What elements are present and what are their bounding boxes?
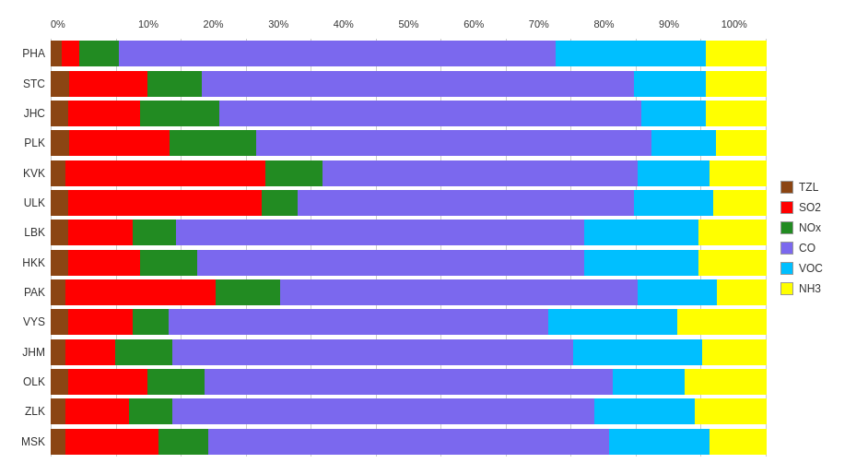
y-label: JHM [9, 346, 51, 359]
chart-area: 0%10%20%30%40%50%60%70%80%90%100% PHASTC… [9, 18, 767, 457]
bar-segment-co [298, 190, 634, 216]
bar-row [51, 369, 767, 395]
bar-segment-tzl [51, 71, 69, 97]
bar-segment-tzl [51, 101, 68, 126]
x-tick: 60% [441, 18, 507, 35]
bar-segment-nh3 [716, 130, 767, 156]
legend-item-tzl: TZL [780, 181, 859, 194]
bar-segment-so2 [69, 130, 170, 156]
y-label: ULK [9, 196, 51, 209]
bar-segment-nh3 [698, 220, 767, 245]
bar-segment-so2 [69, 71, 148, 97]
bar-segment-tzl [51, 369, 68, 395]
bar-segment-nox [262, 190, 298, 216]
bar-segment-nox [140, 101, 218, 126]
legend-color-nh3 [780, 282, 793, 295]
bar-segment-nh3 [702, 339, 767, 365]
legend-label-nh3: NH3 [799, 282, 821, 295]
bar-segment-voc [609, 429, 710, 455]
bar-segment-voc [548, 309, 677, 335]
legend-color-tzl [780, 181, 793, 194]
bar-segment-so2 [68, 190, 262, 216]
bar-segment-so2 [65, 429, 158, 455]
legend: TZLSO2NOxCOVOCNH3 [767, 18, 859, 457]
bar-segment-nh3 [710, 429, 767, 455]
bar-row [51, 398, 767, 424]
bar-segment-co [219, 101, 641, 126]
x-tick: 0% [51, 18, 116, 35]
bar-segment-nox [216, 279, 280, 305]
bar-segment-voc [634, 71, 706, 97]
bar-segment-co [323, 160, 638, 186]
bar-row [51, 160, 767, 186]
bar-segment-nox [265, 160, 323, 186]
bar-segment-nox [133, 220, 176, 245]
bar-segment-nox [79, 41, 119, 66]
y-label: MSK [9, 435, 51, 448]
bar-segment-tzl [51, 220, 68, 245]
bar-segment-nh3 [717, 279, 767, 305]
bar-segment-so2 [68, 250, 140, 276]
bar-segment-nox [140, 250, 197, 276]
bar-segment-voc [573, 339, 702, 365]
bar-segment-nox [147, 369, 205, 395]
bar-segment-co [205, 369, 613, 395]
x-tick: 10% [116, 18, 182, 35]
legend-item-so2: SO2 [780, 201, 859, 214]
legend-item-nox: NOx [780, 221, 859, 234]
bar-segment-so2 [65, 160, 266, 186]
bar-segment-so2 [65, 398, 130, 424]
y-label: PLK [9, 137, 51, 149]
x-axis-top: 0%10%20%30%40%50%60%70%80%90%100% [51, 18, 767, 35]
bar-segment-co [280, 279, 639, 305]
bar-segment-co [172, 398, 594, 424]
bar-segment-tzl [51, 190, 68, 216]
bar-segment-voc [613, 369, 685, 395]
y-label: LBK [9, 226, 51, 239]
bar-segment-tzl [51, 250, 68, 276]
bar-segment-tzl [51, 429, 65, 455]
bar-segment-so2 [65, 339, 115, 365]
bar-segment-nh3 [706, 71, 767, 97]
bar-segment-so2 [62, 41, 79, 66]
bar-segment-nh3 [695, 398, 767, 424]
x-tick: 50% [376, 18, 441, 35]
y-label: JHC [9, 107, 51, 120]
bar-row [51, 71, 767, 97]
bar-segment-nh3 [706, 101, 767, 126]
bar-segment-nox [129, 398, 172, 424]
x-tick: 100% [701, 18, 767, 35]
bar-segment-co [176, 220, 584, 245]
bar-row [51, 101, 767, 126]
bar-segment-co [197, 250, 584, 276]
bar-row [51, 190, 767, 216]
bar-segment-voc [651, 130, 716, 156]
bar-segment-co [256, 130, 651, 156]
bar-segment-so2 [68, 101, 140, 126]
x-tick: 70% [506, 18, 571, 35]
bar-segment-tzl [51, 279, 65, 305]
legend-item-nh3: NH3 [780, 282, 859, 295]
bar-segment-nh3 [685, 369, 767, 395]
y-label: KVK [9, 167, 51, 180]
y-label: ZLK [9, 405, 51, 418]
y-label: HKK [9, 256, 51, 269]
bar-segment-tzl [51, 309, 68, 335]
bar-segment-nh3 [710, 160, 767, 186]
bar-segment-voc [641, 101, 706, 126]
bar-row [51, 339, 767, 365]
bar-segment-voc [634, 190, 712, 216]
bars-wrapper: PHASTCJHCPLKKVKULKLBKHKKPAKVYSJHMOLKZLKM… [9, 39, 767, 457]
bar-segment-nh3 [698, 250, 767, 276]
bar-segment-nh3 [713, 190, 767, 216]
x-tick: 30% [246, 18, 311, 35]
bar-segment-nox [158, 429, 208, 455]
chart-container: 0%10%20%30%40%50%60%70%80%90%100% PHASTC… [0, 0, 868, 475]
x-tick: 20% [181, 18, 246, 35]
bar-segment-nox [170, 130, 256, 156]
bar-segment-co [172, 339, 573, 365]
bar-segment-tzl [51, 398, 65, 424]
bar-row [51, 41, 767, 66]
bar-segment-nh3 [706, 41, 767, 66]
x-tick: 80% [571, 18, 637, 35]
